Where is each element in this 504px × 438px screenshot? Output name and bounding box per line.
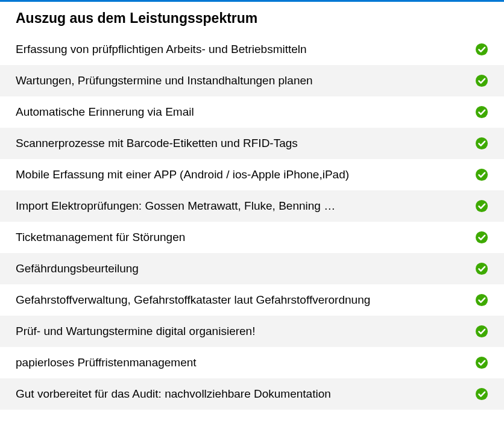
svg-point-11	[476, 388, 488, 400]
svg-point-1	[476, 75, 488, 87]
list-item: Wartungen, Prüfungstermine und Instandha…	[0, 65, 504, 96]
svg-point-2	[476, 106, 488, 118]
list-item: Prüf- und Wartungstermine digital organi…	[0, 316, 504, 347]
list-item-label: Gefahrstoffverwaltung, Gefahrstoffkatast…	[16, 293, 475, 307]
check-icon	[475, 168, 488, 181]
list-item: Import Elektroprüfungen: Gossen Metrawat…	[0, 190, 504, 222]
list-item: papierloses Prüffristenmanagement	[0, 347, 504, 378]
svg-point-3	[476, 137, 488, 149]
feature-list: Erfassung von prüfpflichtigen Arbeits- u…	[0, 34, 504, 410]
check-icon	[475, 325, 488, 338]
list-item-label: Gefährdungsbeurteilung	[16, 262, 475, 275]
list-item-label: papierloses Prüffristenmanagement	[16, 356, 475, 369]
svg-point-4	[476, 169, 488, 181]
list-item-label: Erfassung von prüfpflichtigen Arbeits- u…	[16, 43, 475, 56]
list-item: Mobile Erfassung mit einer APP (Android …	[0, 159, 504, 190]
check-icon	[475, 43, 488, 56]
svg-point-9	[476, 325, 488, 337]
svg-point-0	[476, 43, 488, 55]
list-item-label: Prüf- und Wartungstermine digital organi…	[16, 325, 475, 338]
list-item-label: Ticketmanagement für Störungen	[16, 231, 475, 244]
svg-point-10	[476, 357, 488, 369]
check-icon	[475, 105, 488, 119]
check-icon	[475, 137, 488, 150]
svg-point-5	[476, 200, 488, 212]
check-icon	[475, 262, 488, 275]
list-item: Automatische Erinnerung via Email	[0, 96, 504, 128]
list-item-label: Automatische Erinnerung via Email	[16, 105, 475, 119]
feature-list-container: Auszug aus dem Leistungsspektrum Erfassu…	[0, 0, 504, 410]
list-item-label: Gut vorbereitet für das Audit: nachvollz…	[16, 387, 475, 401]
check-icon	[475, 231, 488, 244]
check-icon	[475, 356, 488, 369]
svg-point-8	[476, 294, 488, 306]
list-item: Gefahrstoffverwaltung, Gefahrstoffkatast…	[0, 284, 504, 316]
list-item-label: Scannerprozesse mit Barcode-Etiketten un…	[16, 137, 475, 150]
check-icon	[475, 387, 488, 401]
list-item: Erfassung von prüfpflichtigen Arbeits- u…	[0, 34, 504, 65]
list-item-label: Import Elektroprüfungen: Gossen Metrawat…	[16, 199, 475, 213]
section-title: Auszug aus dem Leistungsspektrum	[0, 2, 504, 34]
list-item-label: Wartungen, Prüfungstermine und Instandha…	[16, 74, 475, 87]
check-icon	[475, 199, 488, 213]
list-item: Gefährdungsbeurteilung	[0, 253, 504, 284]
list-item: Ticketmanagement für Störungen	[0, 222, 504, 253]
list-item-label: Mobile Erfassung mit einer APP (Android …	[16, 168, 475, 181]
list-item: Gut vorbereitet für das Audit: nachvollz…	[0, 378, 504, 410]
list-item: Scannerprozesse mit Barcode-Etiketten un…	[0, 128, 504, 159]
svg-point-7	[476, 263, 488, 275]
check-icon	[475, 293, 488, 307]
check-icon	[475, 74, 488, 87]
svg-point-6	[476, 231, 488, 243]
